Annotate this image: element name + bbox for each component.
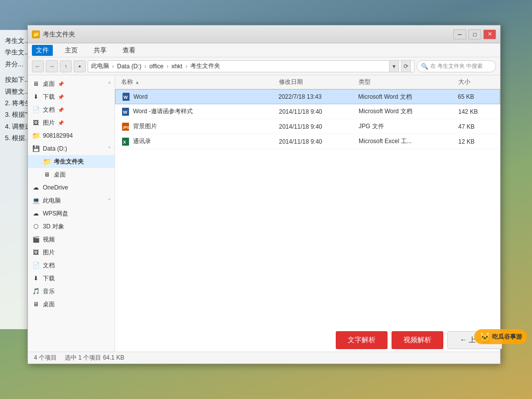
sidebar: 🖥 桌面 📌 ^ ⬇ 下载 📌 📄 文档 📌 🖼 图片 📌 📁 <box>28 75 115 352</box>
search-icon: 🔍 <box>421 63 428 70</box>
pin-icon-2: 📌 <box>58 94 64 100</box>
sidebar-item-picture-1[interactable]: 🖼 图片 📌 <box>28 116 115 129</box>
col-modified[interactable]: 修改日期 <box>277 78 357 86</box>
video-analysis-button[interactable]: 视频解析 <box>392 331 443 349</box>
file-type-2: Microsoft Word 文档 <box>357 107 456 116</box>
menu-home[interactable]: 主页 <box>61 45 82 56</box>
expand-icon-3: ˄ <box>108 198 111 203</box>
svg-text:JPG: JPG <box>123 126 130 129</box>
folder-icon-1: 📁 <box>32 132 40 140</box>
sidebar-item-3d[interactable]: ⬡ 3D 对象 <box>28 220 115 233</box>
sidebar-item-document-2[interactable]: 📄 文档 <box>28 259 115 272</box>
file-name: Word <box>133 93 147 100</box>
sidebar-item-download-1[interactable]: ⬇ 下载 📌 <box>28 90 115 103</box>
desktop-icon-3: 🖥 <box>32 300 40 308</box>
svg-text:W: W <box>124 95 128 100</box>
3d-icon: ⬡ <box>32 222 40 230</box>
drive-icon: 💾 <box>32 145 40 153</box>
menu-view[interactable]: 查看 <box>119 45 139 56</box>
nav-bar: ← → ↑ ● 此电脑 › Data (D:) › office › xhkt … <box>28 57 500 75</box>
file-modified-3: 2014/11/18 9:40 <box>277 123 357 130</box>
breadcrumb-xhkt: xhkt <box>171 63 182 70</box>
music-icon: 🎵 <box>32 287 40 295</box>
sidebar-label: OneDrive <box>43 184 68 191</box>
sidebar-item-drive-d[interactable]: 💾 Data (D:) ˄ <box>28 142 115 155</box>
breadcrumb-drive: Data (D:) <box>117 63 141 70</box>
desktop-icon: 🖥 <box>32 80 40 88</box>
sidebar-item-folder-908[interactable]: 📁 908182994 <box>28 129 115 142</box>
file-name-cell: W Word <box>120 92 276 101</box>
watermark-text: 吃瓜谷事游 <box>492 333 522 341</box>
sidebar-item-desktop-1[interactable]: 🖥 桌面 📌 ^ <box>28 77 115 90</box>
minimize-button[interactable]: ─ <box>453 29 466 39</box>
file-type: Microsoft Word 文档 <box>356 93 456 101</box>
col-size[interactable]: 大小 <box>456 78 496 86</box>
sidebar-item-document-1[interactable]: 📄 文档 📌 <box>28 103 115 116</box>
document-icon-2: 📄 <box>32 261 40 269</box>
title-bar: 📁 考生文件夹 ─ □ ✕ <box>28 25 500 43</box>
sidebar-item-this-pc[interactable]: 💻 此电脑 ˄ <box>28 194 115 207</box>
sidebar-label: 此电脑 <box>43 197 61 205</box>
sidebar-label: 图片 <box>43 119 55 127</box>
sidebar-label: 下载 <box>43 93 55 101</box>
sidebar-item-exam-folder[interactable]: 📁 考生文件夹 <box>28 155 115 168</box>
file-type-4: Microsoft Excel 工... <box>357 137 456 146</box>
sidebar-label: 桌面 <box>43 300 55 309</box>
forward-button[interactable]: → <box>46 60 58 72</box>
up-button[interactable]: ↑ <box>60 60 72 72</box>
sidebar-label: 908182994 <box>43 132 73 139</box>
sidebar-label: 桌面 <box>54 171 66 179</box>
word-file-icon: W <box>122 92 131 101</box>
breadcrumb-folder: 考生文件夹 <box>190 62 220 70</box>
sidebar-label: 文档 <box>43 261 55 270</box>
file-size: 65 KB <box>456 93 496 100</box>
watermark: 🐱 吃瓜谷事游 <box>474 329 527 344</box>
window-title: 考生文件夹 <box>43 30 450 39</box>
sidebar-item-picture-2[interactable]: 🖼 图片 <box>28 246 115 259</box>
sidebar-item-music[interactable]: 🎵 音乐 <box>28 285 115 298</box>
cloud-icon: ☁ <box>32 184 40 192</box>
sidebar-item-download-2[interactable]: ⬇ 下载 <box>28 272 115 285</box>
sort-arrow: ▲ <box>135 80 139 85</box>
search-box[interactable]: 🔍 在 考生文件夹 中搜索 <box>416 60 496 72</box>
menu-file[interactable]: 文件 <box>32 45 53 56</box>
file-row-bg-image[interactable]: JPG 背景图片 2014/11/18 9:40 JPG 文件 47 KB <box>115 119 500 134</box>
maximize-button[interactable]: □ <box>468 29 481 39</box>
search-placeholder: 在 考生文件夹 中搜索 <box>430 62 483 70</box>
download-icon: ⬇ <box>32 93 40 101</box>
back-button[interactable]: ← <box>32 60 44 72</box>
download-icon-2: ⬇ <box>32 274 40 282</box>
file-row-contacts[interactable]: X 通讯录 2014/11/18 9:40 Microsoft Excel 工.… <box>115 134 500 149</box>
file-row-word[interactable]: W Word 2022/7/18 13:43 Microsoft Word 文档… <box>115 89 500 104</box>
file-modified-4: 2014/11/18 9:40 <box>277 138 357 145</box>
window-controls: ─ □ ✕ <box>453 29 496 39</box>
explorer-window: 📁 考生文件夹 ─ □ ✕ 文件 主页 共享 查看 ← → ↑ ● 此电脑 › … <box>27 25 501 364</box>
word-file-icon-2: W <box>121 107 130 116</box>
computer-icon: 💻 <box>32 197 40 204</box>
picture-icon-2: 🖼 <box>32 248 40 256</box>
breadcrumb-office: office <box>149 63 163 70</box>
file-row-word-invite[interactable]: W Word -邀请函参考样式 2014/11/18 9:40 Microsof… <box>115 104 500 119</box>
sidebar-label: 考生文件夹 <box>54 158 84 166</box>
watermark-icon: 🐱 <box>479 331 490 342</box>
address-dropdown-btn[interactable]: ▾ <box>389 60 399 72</box>
address-bar[interactable]: 此电脑 › Data (D:) › office › xhkt › 考生文件夹 … <box>88 60 414 72</box>
file-size-2: 142 KB <box>456 108 496 115</box>
close-button[interactable]: ✕ <box>483 29 496 39</box>
picture-icon: 🖼 <box>32 119 40 127</box>
pin-icon: 📌 <box>58 81 64 87</box>
text-analysis-button[interactable]: 文字解析 <box>336 331 388 349</box>
sidebar-item-wps[interactable]: ☁ WPS网盘 <box>28 207 115 220</box>
sidebar-item-desktop-2[interactable]: 🖥 桌面 <box>28 168 115 181</box>
video-icon: 🎬 <box>32 235 40 243</box>
menu-share[interactable]: 共享 <box>90 45 111 56</box>
sidebar-item-desktop-3[interactable]: 🖥 桌面 <box>28 298 115 311</box>
recent-button[interactable]: ● <box>74 60 86 72</box>
col-name[interactable]: 名称 ▲ <box>119 78 277 86</box>
file-size-3: 47 KB <box>456 123 496 130</box>
sidebar-item-video[interactable]: 🎬 视频 <box>28 233 115 246</box>
sidebar-item-onedrive[interactable]: ☁ OneDrive <box>28 181 115 194</box>
col-type[interactable]: 类型 <box>357 78 456 86</box>
refresh-btn[interactable]: ⟳ <box>401 60 411 72</box>
file-size-4: 12 KB <box>456 138 496 145</box>
